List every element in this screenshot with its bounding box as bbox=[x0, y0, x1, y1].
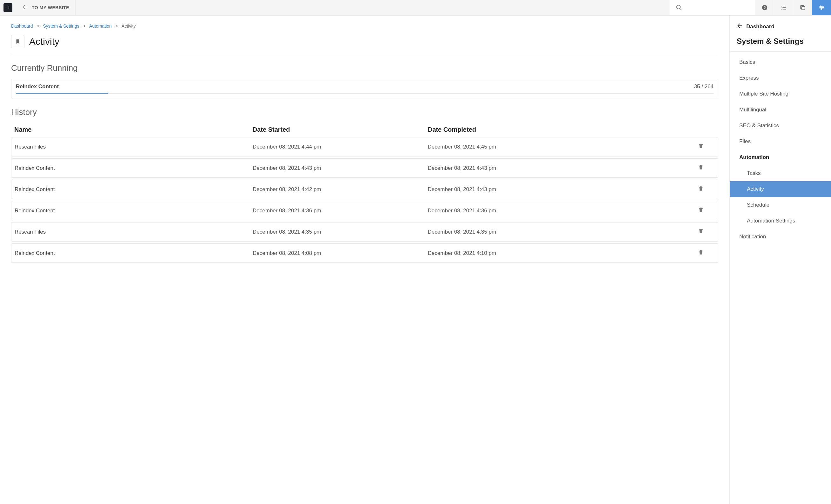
history-col-name: Name bbox=[14, 126, 253, 133]
history-row-completed: December 08, 2021 4:43 pm bbox=[428, 186, 603, 192]
svg-point-8 bbox=[820, 6, 821, 7]
arrow-left-icon bbox=[22, 4, 29, 12]
side-panel: Dashboard System & Settings BasicsExpres… bbox=[729, 16, 831, 504]
settings-panel-button[interactable] bbox=[812, 0, 831, 15]
history-row-completed: December 08, 2021 4:10 pm bbox=[428, 250, 603, 257]
side-nav-item[interactable]: Express bbox=[730, 70, 831, 86]
history-row-started: December 08, 2021 4:36 pm bbox=[253, 208, 428, 214]
history-row-name: Rescan Files bbox=[15, 229, 253, 235]
breadcrumb-separator: > bbox=[36, 24, 39, 29]
arrow-left-icon bbox=[737, 23, 743, 30]
search-icon bbox=[676, 4, 682, 11]
side-nav-item[interactable]: Schedule bbox=[730, 197, 831, 213]
history-row-started: December 08, 2021 4:35 pm bbox=[253, 229, 428, 235]
running-section-heading: Currently Running bbox=[11, 63, 718, 73]
history-row-started: December 08, 2021 4:42 pm bbox=[253, 186, 428, 192]
copy-button[interactable] bbox=[793, 0, 812, 15]
history-row: Rescan FilesDecember 08, 2021 4:35 pmDec… bbox=[11, 222, 718, 241]
topbar-spacer bbox=[76, 0, 669, 15]
side-nav-item[interactable]: Notification bbox=[730, 229, 831, 245]
running-progress-text: 35 / 264 bbox=[694, 84, 714, 90]
history-row-name: Reindex Content bbox=[15, 250, 253, 257]
breadcrumb-current: Activity bbox=[121, 24, 136, 29]
back-to-dashboard-link[interactable]: Dashboard bbox=[730, 16, 831, 33]
search-box[interactable] bbox=[669, 0, 755, 15]
history-row-completed: December 08, 2021 4:35 pm bbox=[428, 229, 603, 235]
delete-history-button[interactable] bbox=[698, 144, 704, 150]
history-row-name: Reindex Content bbox=[15, 186, 253, 192]
breadcrumb: Dashboard > System & Settings > Automati… bbox=[11, 24, 718, 29]
svg-point-10 bbox=[821, 8, 822, 9]
sliders-icon bbox=[819, 4, 825, 11]
breadcrumb-separator: > bbox=[116, 24, 118, 29]
side-nav-item[interactable]: Automation Settings bbox=[730, 213, 831, 229]
side-nav-item[interactable]: Basics bbox=[730, 54, 831, 70]
bookmark-button[interactable] bbox=[11, 35, 24, 48]
back-to-site-link[interactable]: TO MY WEBSITE bbox=[16, 0, 76, 15]
delete-history-button[interactable] bbox=[698, 250, 704, 257]
svg-text:?: ? bbox=[764, 5, 766, 9]
page-title-row: Activity bbox=[11, 35, 718, 54]
delete-history-button[interactable] bbox=[698, 187, 704, 192]
logo-box bbox=[0, 0, 16, 15]
history-row: Reindex ContentDecember 08, 2021 4:36 pm… bbox=[11, 201, 718, 220]
trash-icon bbox=[698, 165, 704, 171]
help-button[interactable]: ? bbox=[755, 0, 774, 15]
side-nav-item[interactable]: Tasks bbox=[730, 165, 831, 181]
side-nav-item[interactable]: Multiple Site Hosting bbox=[730, 86, 831, 102]
running-task-card: Reindex Content 35 / 264 bbox=[11, 79, 718, 98]
svg-line-1 bbox=[680, 8, 682, 10]
trash-icon bbox=[698, 208, 704, 214]
side-nav-item: Automation bbox=[730, 149, 831, 165]
content-column: Dashboard > System & Settings > Automati… bbox=[0, 16, 729, 504]
history-row: Rescan FilesDecember 08, 2021 4:44 pmDec… bbox=[11, 137, 718, 156]
list-icon bbox=[780, 4, 787, 11]
top-bar: TO MY WEBSITE ? bbox=[0, 0, 831, 16]
trash-icon bbox=[698, 187, 704, 192]
history-row-completed: December 08, 2021 4:45 pm bbox=[428, 144, 603, 150]
history-row: Reindex ContentDecember 08, 2021 4:08 pm… bbox=[11, 243, 718, 263]
breadcrumb-link[interactable]: System & Settings bbox=[43, 24, 79, 29]
copy-icon bbox=[800, 4, 806, 11]
history-row-started: December 08, 2021 4:43 pm bbox=[253, 165, 428, 171]
trash-icon bbox=[698, 250, 704, 257]
app-logo[interactable] bbox=[3, 3, 12, 12]
side-nav-item[interactable]: SEO & Statistics bbox=[730, 118, 831, 134]
history-section-heading: History bbox=[11, 107, 718, 117]
bookmark-icon bbox=[15, 39, 21, 45]
side-nav-item[interactable]: Multilingual bbox=[730, 102, 831, 118]
side-nav-item[interactable]: Activity bbox=[730, 181, 831, 197]
running-task-name: Reindex Content bbox=[16, 84, 59, 90]
history-col-started: Date Started bbox=[253, 126, 428, 133]
breadcrumb-separator: > bbox=[83, 24, 86, 29]
history-col-completed: Date Completed bbox=[428, 126, 603, 133]
side-nav-item[interactable]: Files bbox=[730, 134, 831, 149]
history-row-name: Rescan Files bbox=[15, 144, 253, 150]
svg-point-9 bbox=[822, 7, 823, 8]
back-to-site-label: TO MY WEBSITE bbox=[32, 5, 69, 10]
delete-history-button[interactable] bbox=[698, 229, 704, 235]
history-row-name: Reindex Content bbox=[15, 208, 253, 214]
progress-track bbox=[16, 93, 714, 94]
progress-fill bbox=[16, 93, 108, 94]
history-row-completed: December 08, 2021 4:43 pm bbox=[428, 165, 603, 171]
svg-rect-4 bbox=[801, 7, 805, 10]
delete-history-button[interactable] bbox=[698, 208, 704, 214]
trash-icon bbox=[698, 229, 704, 235]
history-row-completed: December 08, 2021 4:36 pm bbox=[428, 208, 603, 214]
side-panel-title: System & Settings bbox=[730, 33, 831, 52]
history-row: Reindex ContentDecember 08, 2021 4:42 pm… bbox=[11, 180, 718, 199]
history-col-actions bbox=[603, 126, 715, 133]
trash-icon bbox=[698, 144, 704, 150]
breadcrumb-link[interactable]: Automation bbox=[89, 24, 112, 29]
delete-history-button[interactable] bbox=[698, 165, 704, 171]
history-header-row: Name Date Started Date Completed bbox=[11, 123, 718, 137]
list-button[interactable] bbox=[774, 0, 793, 15]
back-to-dashboard-label: Dashboard bbox=[746, 24, 774, 30]
help-icon: ? bbox=[762, 4, 768, 11]
breadcrumb-link[interactable]: Dashboard bbox=[11, 24, 33, 29]
history-row-name: Reindex Content bbox=[15, 165, 253, 171]
history-row: Reindex ContentDecember 08, 2021 4:43 pm… bbox=[11, 158, 718, 178]
page-title: Activity bbox=[29, 36, 59, 47]
history-row-started: December 08, 2021 4:44 pm bbox=[253, 144, 428, 150]
